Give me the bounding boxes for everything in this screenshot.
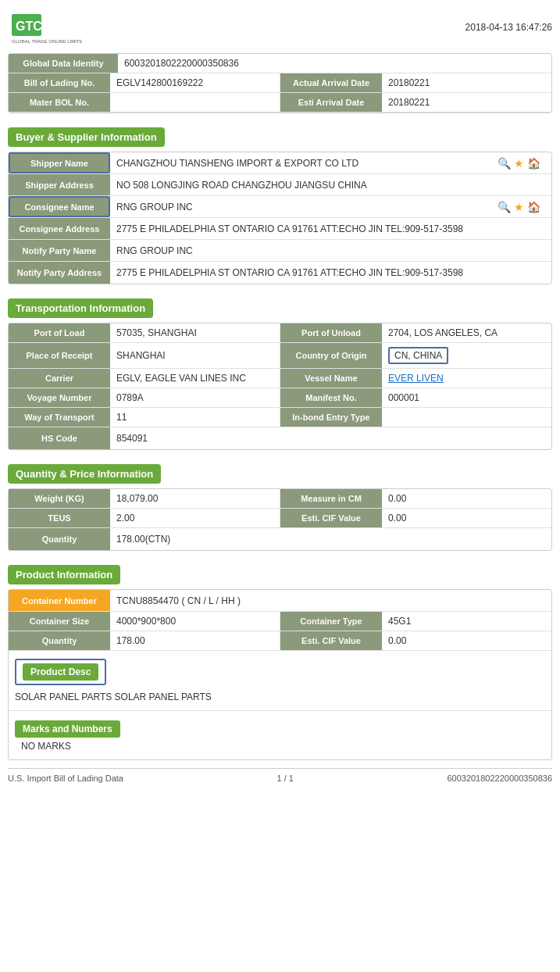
manifest-no-label: Manifest No. [280, 388, 382, 407]
way-of-transport-half: Way of Transport 11 [9, 408, 280, 427]
search-icon[interactable]: 🔍 [498, 157, 511, 170]
product-quantity-value: 178.00 [110, 631, 280, 650]
esti-arrival-half: Esti Arrival Date 20180221 [280, 93, 551, 113]
mater-bol-label: Mater BOL No. [9, 93, 110, 112]
quantity-price-header: Quantity & Price Information [8, 464, 161, 484]
transportation-section: Transportation Information Port of Load … [8, 292, 552, 450]
teus-cif-row: TEUS 2.00 Esti. CIF Value 0.00 [9, 509, 551, 528]
consignee-search-icon[interactable]: 🔍 [498, 201, 511, 213]
shipper-address-label: Shipper Address [9, 174, 110, 195]
consignee-home-icon[interactable]: 🏠 [527, 201, 540, 213]
notify-party-name-value: RNG GROUP INC [110, 240, 551, 261]
product-info-card: Container Number TCNU8854470 ( CN / L / … [8, 589, 552, 760]
buyer-supplier-section: Buyer & Supplier Information Shipper Nam… [8, 121, 552, 284]
consignee-name-row: Consignee Name RNG GROUP INC 🔍 ★ 🏠 [9, 196, 551, 218]
bol-arrival-row: Bill of Lading No. EGLV142800169222 Actu… [9, 73, 551, 93]
bill-of-lading-label: Bill of Lading No. [9, 73, 110, 92]
global-data-value: 600320180222000035083​6 [118, 54, 551, 73]
home-icon[interactable]: 🏠 [527, 157, 540, 170]
manifest-no-value: 000001 [382, 388, 551, 407]
shipper-name-row: Shipper Name CHANGZHOU TIANSHENG IMPORT … [9, 152, 551, 174]
shipper-name-label: Shipper Name [9, 152, 110, 173]
voyage-number-label: Voyage Number [9, 388, 110, 407]
shipper-icons: 🔍 ★ 🏠 [498, 157, 545, 170]
way-of-transport-label: Way of Transport [9, 408, 110, 427]
consignee-address-value: 2775 E PHILADELPHIA ST ONTARIO CA 91761 … [110, 218, 551, 239]
consignee-star-icon[interactable]: ★ [514, 201, 524, 213]
consignee-address-label: Consignee Address [9, 218, 110, 239]
container-size-label: Container Size [9, 612, 110, 631]
product-desc-label: Product Desc [23, 663, 98, 681]
hs-code-label: HS Code [9, 427, 110, 449]
container-number-value: TCNU8854470 ( CN / L / HH ) [110, 590, 551, 611]
country-of-origin-half: Country of Origin CN, CHINA [280, 343, 551, 369]
footer-left: U.S. Import Bill of Lading Data [8, 774, 123, 783]
notify-party-address-row: Notify Party Address 2775 E PHILADELPHIA… [9, 262, 551, 284]
hs-code-value: 854091 [110, 427, 551, 449]
product-desc-row: Product Desc SOLAR PANEL PARTS SOLAR PAN… [9, 651, 551, 711]
product-cif-half: Esti. CIF Value 0.00 [280, 631, 551, 651]
star-icon[interactable]: ★ [514, 157, 524, 170]
voyage-number-value: 0789A [110, 388, 280, 407]
esti-cif-half: Esti. CIF Value 0.00 [280, 509, 551, 528]
country-of-origin-value: CN, CHINA [382, 343, 551, 368]
actual-arrival-label: Actual Arrival Date [280, 73, 382, 92]
container-size-type-row: Container Size 4000*900*800 Container Ty… [9, 612, 551, 631]
quantity-price-section: Quantity & Price Information Weight (KG)… [8, 458, 552, 551]
notify-party-address-label: Notify Party Address [9, 262, 110, 284]
page-footer: U.S. Import Bill of Lading Data 1 / 1 60… [8, 768, 552, 783]
product-desc-box: Product Desc [15, 659, 106, 685]
consignee-name-value: RNG GROUP INC 🔍 ★ 🏠 [110, 196, 551, 217]
measure-half: Measure in CM 0.00 [280, 489, 551, 509]
esti-arrival-label: Esti Arrival Date [280, 93, 382, 112]
product-desc-value: SOLAR PANEL PARTS SOLAR PANEL PARTS [15, 688, 545, 706]
weight-value: 18,079.00 [110, 489, 280, 508]
container-type-label: Container Type [280, 612, 382, 631]
mater-bol-value [110, 93, 280, 112]
container-number-row: Container Number TCNU8854470 ( CN / L / … [9, 590, 551, 612]
port-row: Port of Load 57035, SHANGHAI Port of Unl… [9, 323, 551, 343]
receipt-origin-row: Place of Receipt SHANGHAI Country of Ori… [9, 343, 551, 369]
global-data-label: Global Data Identity [9, 54, 118, 73]
port-unload-half: Port of Unload 2704, LOS ANGELES, CA [280, 323, 551, 343]
logo: GTC GLOBAL TRADE ONLINE LIMITED [8, 8, 86, 47]
marks-row: Marks and Numbers NO MARKS [9, 711, 551, 759]
shipper-address-value: NO 508 LONGJING ROAD CHANGZHOU JIANGSU C… [110, 174, 551, 195]
port-of-load-label: Port of Load [9, 323, 110, 342]
global-data-row: Global Data Identity 6003201802220000350… [9, 54, 551, 73]
actual-arrival-half: Actual Arrival Date 20180221 [280, 73, 551, 93]
footer-center: 1 / 1 [276, 774, 293, 783]
transport-inbond-row: Way of Transport 11 In-bond Entry Type [9, 408, 551, 427]
vessel-name-value: EVER LIVEN [382, 369, 551, 388]
transportation-card: Port of Load 57035, SHANGHAI Port of Unl… [8, 323, 552, 450]
hs-code-row: HS Code 854091 [9, 427, 551, 449]
bol-half: Bill of Lading No. EGLV142800169222 [9, 73, 280, 93]
inbond-entry-value [382, 408, 551, 427]
mater-esti-row: Mater BOL No. Esti Arrival Date 20180221 [9, 93, 551, 113]
measure-cm-value: 0.00 [382, 489, 551, 508]
product-qty-half: Quantity 178.00 [9, 631, 280, 651]
top-info-card: Global Data Identity 6003201802220000350… [8, 53, 552, 113]
consignee-name-label: Consignee Name [9, 196, 110, 217]
vessel-name-half: Vessel Name EVER LIVEN [280, 369, 551, 388]
product-info-section: Product Information Container Number TCN… [8, 559, 552, 760]
manifest-half: Manifest No. 000001 [280, 388, 551, 408]
footer-right: 600320180222000035083​6 [447, 774, 552, 783]
notify-party-name-label: Notify Party Name [9, 240, 110, 261]
quantity-value: 178.00(CTN) [110, 528, 551, 550]
voyage-manifest-row: Voyage Number 0789A Manifest No. 000001 [9, 388, 551, 408]
way-of-transport-value: 11 [110, 408, 280, 427]
actual-arrival-value: 20180221 [382, 73, 551, 92]
buyer-supplier-header: Buyer & Supplier Information [8, 127, 165, 147]
place-of-receipt-half: Place of Receipt SHANGHAI [9, 343, 280, 369]
esti-cif-value: 0.00 [382, 509, 551, 527]
container-type-value: 45G1 [382, 612, 551, 631]
buyer-supplier-card: Shipper Name CHANGZHOU TIANSHENG IMPORT … [8, 152, 552, 284]
weight-half: Weight (KG) 18,079.00 [9, 489, 280, 509]
logo-icon: GTC GLOBAL TRADE ONLINE LIMITED [12, 10, 82, 45]
inbond-entry-label: In-bond Entry Type [280, 408, 382, 427]
container-type-half: Container Type 45G1 [280, 612, 551, 631]
marks-value: NO MARKS [15, 738, 545, 755]
esti-arrival-value: 20180221 [382, 93, 551, 112]
svg-text:GLOBAL TRADE ONLINE LIMITED: GLOBAL TRADE ONLINE LIMITED [12, 39, 82, 44]
